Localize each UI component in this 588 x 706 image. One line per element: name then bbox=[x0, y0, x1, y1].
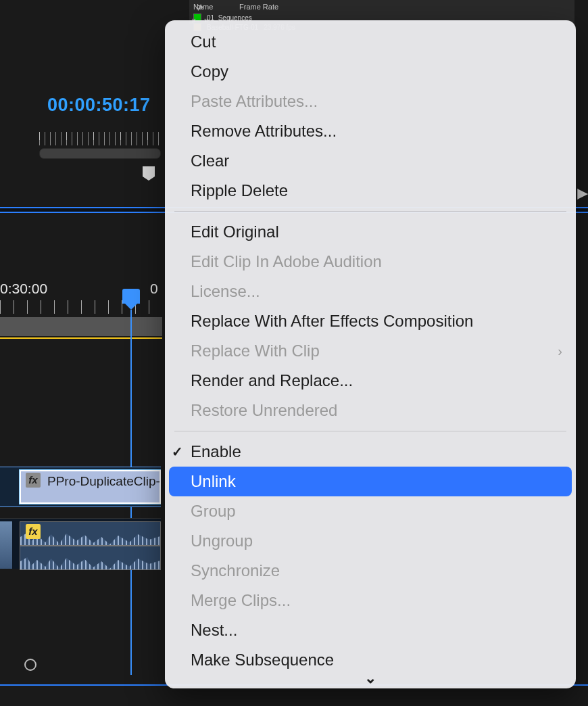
menu-item-label: Render and Replace... bbox=[191, 366, 353, 396]
ruler-time: 0 bbox=[150, 281, 158, 297]
audio-clip-edge bbox=[0, 521, 12, 569]
playhead[interactable] bbox=[122, 289, 140, 304]
menu-separator bbox=[174, 431, 566, 431]
menu-item-replace-with-after-effects-composition[interactable]: Replace With After Effects Composition bbox=[165, 306, 576, 336]
source-scrub-area[interactable] bbox=[39, 132, 161, 159]
context-menu: CutCopyPaste Attributes...Remove Attribu… bbox=[165, 20, 576, 688]
menu-item-paste-attributes: Paste Attributes... bbox=[165, 87, 576, 116]
work-area-bar[interactable] bbox=[0, 317, 162, 336]
menu-item-edit-original[interactable]: Edit Original bbox=[165, 217, 576, 247]
menu-item-label: Ungroup bbox=[191, 526, 253, 556]
menu-item-label: Remove Attributes... bbox=[191, 116, 337, 146]
menu-item-merge-clips: Merge Clips... bbox=[165, 586, 576, 615]
menu-item-label: Copy bbox=[191, 57, 228, 87]
waveform bbox=[20, 532, 160, 545]
menu-item-label: Group bbox=[191, 496, 236, 526]
menu-item-remove-attributes[interactable]: Remove Attributes... bbox=[165, 116, 576, 146]
menu-separator bbox=[174, 211, 566, 212]
menu-item-label: License... bbox=[191, 277, 260, 306]
menu-item-ungroup: Ungroup bbox=[165, 526, 576, 556]
menu-item-replace-with-clip: Replace With Clip› bbox=[165, 336, 576, 366]
in-out-range[interactable] bbox=[0, 337, 162, 339]
scrub-bar[interactable] bbox=[39, 148, 161, 159]
menu-item-nest[interactable]: Nest... bbox=[165, 615, 576, 645]
audio-channel-right[interactable] bbox=[20, 546, 161, 570]
menu-item-label: Cut bbox=[191, 27, 216, 57]
menu-overflow-icon[interactable]: ⌄ bbox=[364, 669, 376, 687]
menu-item-label: Restore Unrendered bbox=[191, 396, 337, 425]
chevron-right-icon: › bbox=[558, 336, 562, 366]
fx-badge-icon[interactable]: fx bbox=[26, 524, 41, 539]
menu-item-label: Enable bbox=[191, 437, 241, 467]
menu-item-render-and-replace[interactable]: Render and Replace... bbox=[165, 366, 576, 396]
menu-item-label: Replace With After Effects Composition bbox=[191, 306, 473, 336]
timeline-options-icon[interactable] bbox=[24, 659, 36, 671]
app-frame: Name Frame Rate 01_Sequences Baseball-FT… bbox=[0, 0, 588, 706]
menu-item-synchronize: Synchronize bbox=[165, 556, 576, 586]
menu-item-label: Clear bbox=[191, 146, 229, 176]
menu-item-license: License... bbox=[165, 277, 576, 306]
menu-item-label: Unlink bbox=[191, 467, 236, 496]
menu-item-edit-clip-in-adobe-audition: Edit Clip In Adobe Audition bbox=[165, 247, 576, 277]
source-timecode[interactable]: 00:00:50:17 bbox=[47, 95, 151, 116]
audio-track-clip[interactable]: fx bbox=[0, 518, 161, 569]
menu-item-ripple-delete[interactable]: Ripple Delete bbox=[165, 176, 576, 206]
menu-item-label: Paste Attributes... bbox=[191, 87, 318, 116]
menu-item-group: Group bbox=[165, 496, 576, 526]
menu-item-label: Make Subsequence bbox=[191, 645, 334, 675]
fx-badge-icon[interactable]: fx bbox=[26, 473, 41, 488]
menu-item-label: Nest... bbox=[191, 615, 237, 645]
menu-item-clear[interactable]: Clear bbox=[165, 146, 576, 176]
menu-item-unlink[interactable]: Unlink bbox=[169, 467, 572, 496]
clip-label: PPro-DuplicateClip- bbox=[47, 474, 160, 489]
menu-item-label: Edit Original bbox=[191, 217, 279, 247]
menu-item-label: Replace With Clip bbox=[191, 336, 320, 366]
col-framerate: Frame Rate bbox=[239, 3, 278, 11]
playhead-knob[interactable] bbox=[122, 289, 140, 304]
marker-flag-icon[interactable] bbox=[141, 166, 156, 182]
menu-item-label: Merge Clips... bbox=[191, 586, 291, 615]
menu-item-label: Synchronize bbox=[191, 556, 280, 586]
waveform bbox=[20, 556, 160, 569]
step-forward-icon[interactable] bbox=[577, 189, 588, 199]
ruler-time: 0:30:00 bbox=[0, 281, 47, 296]
menu-item-label: Ripple Delete bbox=[191, 176, 288, 206]
video-track-clip[interactable]: fx PPro-DuplicateClip- bbox=[0, 467, 161, 507]
menu-item-copy[interactable]: Copy bbox=[165, 57, 576, 87]
snap-icon[interactable]: ≯ bbox=[196, 1, 204, 12]
menu-item-label: Edit Clip In Adobe Audition bbox=[191, 247, 382, 277]
scrub-ticks bbox=[39, 132, 161, 145]
audio-channel-left[interactable] bbox=[20, 521, 161, 546]
menu-item-cut[interactable]: Cut bbox=[165, 27, 576, 57]
menu-item-enable[interactable]: ✓Enable bbox=[165, 437, 576, 467]
check-icon: ✓ bbox=[172, 437, 183, 467]
menu-item-restore-unrendered: Restore Unrendered bbox=[165, 396, 576, 425]
